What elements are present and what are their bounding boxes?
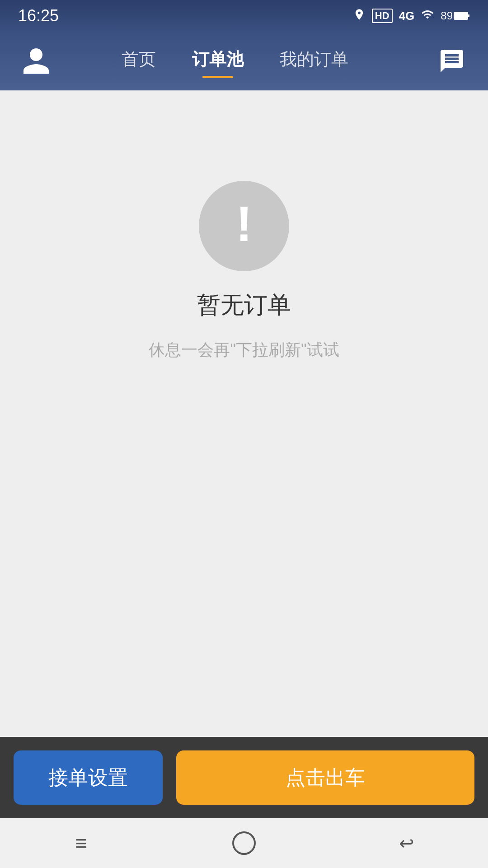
- exclamation-icon: !: [236, 199, 253, 249]
- bottom-action-bar: 接单设置 点击出车: [0, 737, 488, 818]
- hd-icon: HD: [372, 9, 393, 23]
- menu-icon: ≡: [75, 831, 88, 855]
- chat-button[interactable]: [434, 43, 470, 79]
- main-content: ! 暂无订单 休息一会再"下拉刷新"试试: [0, 90, 488, 737]
- svg-rect-1: [468, 14, 469, 17]
- status-bar: 16:25 HD 4G 89: [0, 0, 488, 32]
- location-icon: [353, 8, 366, 24]
- nav-tabs: 首页 订单池 我的订单: [36, 48, 434, 75]
- settings-button[interactable]: 接单设置: [14, 750, 163, 805]
- tab-order-pool[interactable]: 订单池: [192, 48, 244, 75]
- nav-header: 首页 订单池 我的订单: [0, 32, 488, 90]
- sys-nav-bar: ≡ ↩: [0, 818, 488, 868]
- empty-subtitle: 休息一会再"下拉刷新"试试: [149, 339, 339, 361]
- back-button[interactable]: ↩: [389, 825, 425, 861]
- empty-icon: !: [199, 181, 289, 271]
- status-time: 16:25: [18, 6, 59, 25]
- wifi-icon: [421, 8, 434, 24]
- status-icons: HD 4G 89: [353, 8, 470, 24]
- chat-icon: [438, 47, 465, 75]
- home-icon: [232, 831, 256, 855]
- empty-state: ! 暂无订单 休息一会再"下拉刷新"试试: [149, 181, 339, 361]
- menu-button[interactable]: ≡: [63, 825, 99, 861]
- svg-rect-2: [455, 13, 467, 19]
- back-icon: ↩: [399, 833, 414, 854]
- empty-title: 暂无订单: [197, 289, 291, 321]
- battery-icon: 89: [441, 9, 470, 22]
- home-button[interactable]: [226, 825, 262, 861]
- tab-home[interactable]: 首页: [122, 48, 156, 75]
- depart-button[interactable]: 点击出车: [176, 750, 474, 805]
- battery-level: 89: [441, 9, 453, 22]
- 4g-icon: 4G: [399, 9, 415, 23]
- tab-my-orders[interactable]: 我的订单: [280, 48, 348, 75]
